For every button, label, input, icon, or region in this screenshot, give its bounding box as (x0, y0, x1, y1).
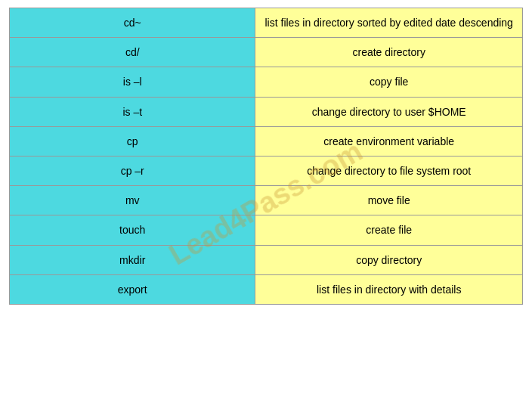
description-cell: list files in directory with details (255, 275, 522, 304)
description-cell: list files in directory sorted by edited… (255, 8, 522, 37)
description-cell: create file (255, 215, 522, 244)
command-cell: mv (10, 186, 255, 215)
command-cell: is –l (10, 67, 255, 96)
command-cell: mkdir (10, 246, 255, 274)
table-row: cd~list files in directory sorted by edi… (10, 8, 522, 38)
table-row: mkdircopy directory (10, 246, 522, 275)
description-cell: copy file (255, 67, 522, 96)
command-cell: cp –r (10, 157, 255, 185)
table-row: touchcreate file (10, 215, 522, 245)
command-cell: export (10, 275, 255, 304)
description-cell: move file (255, 186, 522, 215)
table-row: cpcreate environment variable (10, 127, 522, 157)
table-row: mvmove file (10, 186, 522, 215)
command-cell: cd~ (10, 8, 255, 37)
command-table: cd~list files in directory sorted by edi… (9, 8, 523, 305)
table-row: exportlist files in directory with detai… (10, 275, 522, 304)
command-cell: cp (10, 127, 255, 156)
command-cell: cd/ (10, 38, 255, 67)
description-cell: copy directory (255, 246, 522, 274)
description-cell: change directory to user $HOME (255, 98, 522, 126)
table-row: cd/create directory (10, 38, 522, 67)
command-cell: is –t (10, 98, 255, 126)
command-cell: touch (10, 215, 255, 244)
table-row: cp –rchange directory to file system roo… (10, 157, 522, 186)
description-cell: create directory (255, 38, 522, 67)
table-row: is –tchange directory to user $HOME (10, 98, 522, 127)
description-cell: create environment variable (255, 127, 522, 156)
table-row: is –lcopy file (10, 67, 522, 97)
description-cell: change directory to file system root (255, 157, 522, 185)
